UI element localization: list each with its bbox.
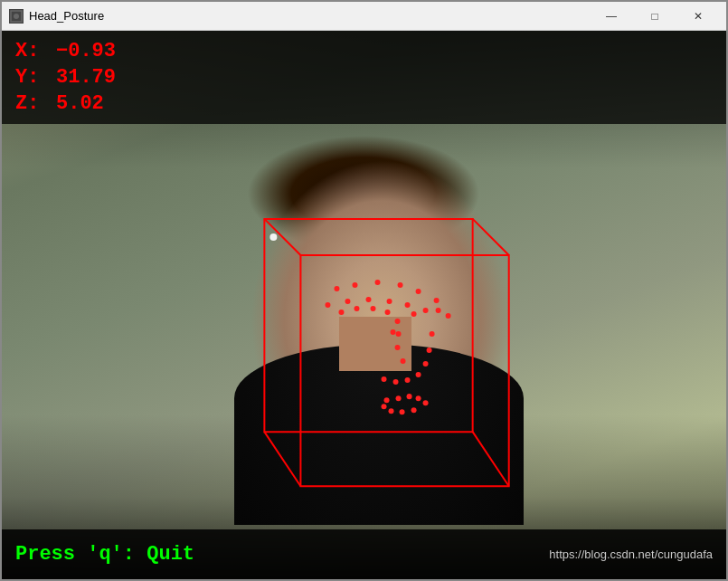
maximize-button[interactable]: □ (634, 4, 676, 29)
hud-y-label: Y: (15, 66, 56, 89)
website-label: https://blog.csdn.net/cungudafa (549, 548, 713, 561)
close-button[interactable]: ✕ (677, 4, 719, 29)
hud-y-value: 31.79 (56, 66, 128, 89)
hud-z-row: Z: 5.02 (15, 92, 713, 115)
person-neck (339, 317, 411, 371)
person-body (234, 344, 524, 525)
hud-y-row: Y: 31.79 (15, 66, 713, 89)
quit-label: Press 'q': Quit (15, 543, 194, 566)
bottom-bar: Press 'q': Quit https://blog.csdn.net/cu… (2, 529, 726, 579)
hud-z-label: Z: (15, 92, 56, 115)
window-controls: — □ ✕ (591, 4, 719, 29)
titlebar: Head_Posture — □ ✕ (2, 2, 726, 31)
hud-x-row: X: −0.93 (15, 40, 713, 62)
minimize-button[interactable]: — (591, 4, 632, 29)
application-window: Head_Posture — □ ✕ X: −0.93 Y: 31.79 Z: … (0, 0, 728, 581)
video-content: X: −0.93 Y: 31.79 Z: 5.02 (2, 31, 726, 579)
hud-x-value: −0.93 (56, 40, 128, 62)
app-icon (9, 9, 24, 24)
svg-point-1 (14, 14, 19, 19)
hud-x-label: X: (15, 40, 56, 62)
hud-overlay: X: −0.93 Y: 31.79 Z: 5.02 (2, 31, 726, 124)
window-title: Head_Posture (29, 9, 591, 23)
hud-z-value: 5.02 (56, 92, 128, 115)
